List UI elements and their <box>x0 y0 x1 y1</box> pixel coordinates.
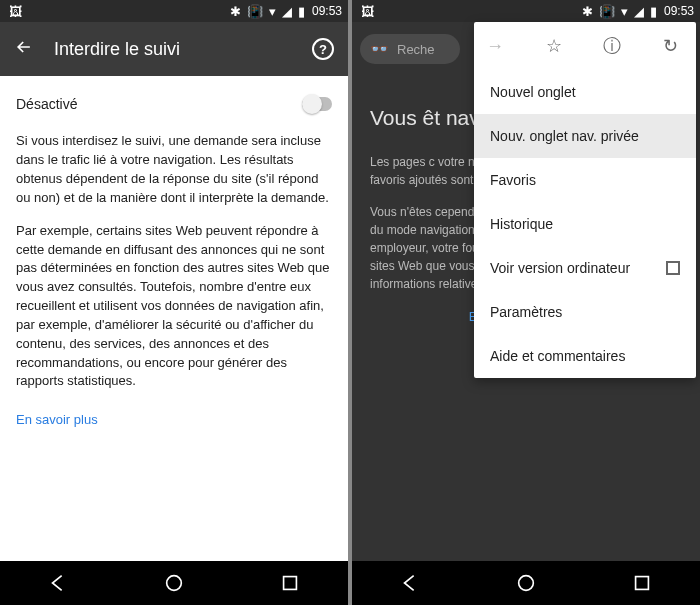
vibrate-icon: 📳 <box>247 5 263 18</box>
menu-icon-row: → ☆ ⓘ ↻ <box>474 22 696 70</box>
wifi-icon: ▾ <box>621 5 628 18</box>
svg-point-2 <box>519 576 534 591</box>
bluetooth-icon: ✱ <box>582 5 593 18</box>
forward-icon[interactable]: → <box>484 36 506 57</box>
star-icon[interactable]: ☆ <box>543 35 565 57</box>
nav-recent-icon[interactable] <box>279 572 301 594</box>
reload-icon[interactable]: ↻ <box>660 35 682 57</box>
nav-recent-icon[interactable] <box>631 572 653 594</box>
status-bar: 🖼 ✱ 📳 ▾ ◢ ▮ 09:53 <box>352 0 700 22</box>
clock: 09:53 <box>664 4 694 18</box>
clock: 09:53 <box>312 4 342 18</box>
svg-rect-1 <box>284 577 297 590</box>
settings-content: Désactivé Si vous interdisez le suivi, u… <box>0 76 348 561</box>
toggle-switch[interactable] <box>302 97 332 111</box>
toggle-label: Désactivé <box>16 94 302 114</box>
overflow-menu: → ☆ ⓘ ↻ Nouvel onglet Nouv. onglet nav. … <box>474 22 696 378</box>
vibrate-icon: 📳 <box>599 5 615 18</box>
phone-right: 🖼 ✱ 📳 ▾ ◢ ▮ 09:53 👓 Reche Vous êt naviga… <box>352 0 700 605</box>
nav-home-icon[interactable] <box>515 572 537 594</box>
battery-icon: ▮ <box>298 5 305 18</box>
menu-new-incognito-tab[interactable]: Nouv. onglet nav. privée <box>474 114 696 158</box>
signal-icon: ◢ <box>634 5 644 18</box>
menu-help[interactable]: Aide et commentaires <box>474 334 696 378</box>
battery-icon: ▮ <box>650 5 657 18</box>
phone-left: 🖼 ✱ 📳 ▾ ◢ ▮ 09:53 Interdire le suivi ? D… <box>0 0 348 605</box>
nav-back-icon[interactable] <box>399 572 421 594</box>
picture-icon: 🖼 <box>361 5 374 18</box>
omnibox-placeholder: Reche <box>397 42 435 57</box>
signal-icon: ◢ <box>282 5 292 18</box>
description-2: Par exemple, certains sites Web peuvent … <box>16 222 332 392</box>
help-icon[interactable]: ? <box>312 38 334 60</box>
description-1: Si vous interdisez le suivi, une demande… <box>16 132 332 207</box>
picture-icon: 🖼 <box>9 5 22 18</box>
svg-point-0 <box>167 576 182 591</box>
nav-bar <box>352 561 700 605</box>
menu-bookmarks[interactable]: Favoris <box>474 158 696 202</box>
back-icon[interactable] <box>14 37 34 61</box>
info-icon[interactable]: ⓘ <box>601 34 623 58</box>
do-not-track-toggle-row[interactable]: Désactivé <box>16 94 332 114</box>
bluetooth-icon: ✱ <box>230 5 241 18</box>
learn-more-link[interactable]: En savoir plus <box>16 411 98 430</box>
svg-rect-3 <box>636 577 649 590</box>
nav-back-icon[interactable] <box>47 572 69 594</box>
app-bar: Interdire le suivi ? <box>0 22 348 76</box>
menu-desktop-site[interactable]: Voir version ordinateur <box>474 246 696 290</box>
status-bar: 🖼 ✱ 📳 ▾ ◢ ▮ 09:53 <box>0 0 348 22</box>
checkbox-icon[interactable] <box>666 261 680 275</box>
nav-bar <box>0 561 348 605</box>
omnibox[interactable]: 👓 Reche <box>360 34 460 64</box>
page-title: Interdire le suivi <box>54 39 292 60</box>
menu-settings[interactable]: Paramètres <box>474 290 696 334</box>
menu-history[interactable]: Historique <box>474 202 696 246</box>
menu-new-tab[interactable]: Nouvel onglet <box>474 70 696 114</box>
wifi-icon: ▾ <box>269 5 276 18</box>
nav-home-icon[interactable] <box>163 572 185 594</box>
incognito-icon: 👓 <box>370 40 389 58</box>
